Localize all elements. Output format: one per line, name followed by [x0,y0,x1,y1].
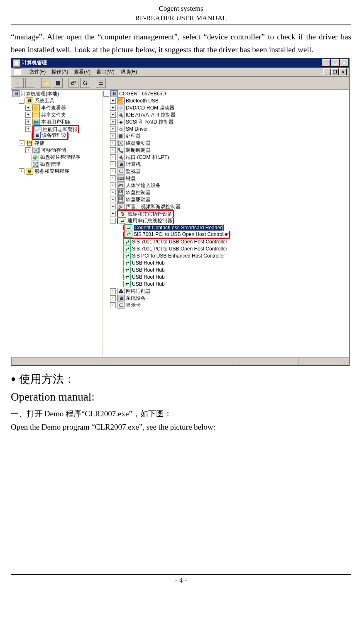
dev-roothub-3[interactable]: ⇄USB Root Hub [103,274,349,281]
maximize-button[interactable]: □ [331,59,339,67]
dev-floppy-drv[interactable]: +💾软盘驱动器 [103,196,349,203]
dev-roothub-2[interactable]: ⇄USB Root Hub [103,267,349,274]
print-button[interactable]: 🗗 [68,78,78,88]
dev-floppy-ctrl[interactable]: +💾软盘控制器 [103,189,349,196]
menu-window[interactable]: 窗口(W) [96,68,114,75]
tree-event-viewer[interactable]: +📒事件查看器 [12,104,102,112]
menu-help[interactable]: 帮助(H) [120,68,137,75]
refresh-button[interactable]: 🗘 [80,78,90,88]
tree-shared-folders[interactable]: +📁共享文件夹 [12,112,102,119]
header-line2: RF-READER USER MANUAL [11,14,351,23]
tree-storage[interactable]: -💾存储 [12,140,102,147]
dev-ports[interactable]: +🔌端口 (COM 和 LPT) [103,154,349,161]
dev-ide[interactable]: +🔌IDE ATA/ATAPI 控制器 [103,112,349,119]
intro-paragraph: “manage”. After open the “computer manag… [11,30,351,56]
status-bar [11,357,349,365]
app-icon: 🖥 [13,59,20,67]
dev-display[interactable]: +🖵显示卡 [103,302,349,309]
tree-disk-mgmt[interactable]: 💽磁盘管理 [12,161,102,168]
computer-management-window: 🖥 计算机管理 _ □ × 文件(F) 操作(A) 查看(V) 窗口(W) 帮助… [11,58,350,366]
dev-usb-controllers[interactable]: -⇄通用串行总线控制器 [103,217,349,224]
dev-sis-1[interactable]: ⇄SiS 7001 PCI to USB Open Host Controlle… [103,231,349,238]
forward-button[interactable]: → [25,78,35,88]
tree-sys-tools[interactable]: -🛠系统工具 [12,97,102,104]
status-main [11,357,240,365]
properties-button[interactable]: ▦ [53,78,63,88]
help-button[interactable]: ☰ [96,78,106,88]
mdi-close-button[interactable]: × [339,68,347,75]
tree-local-users[interactable]: +👥本地用户和组 [12,119,102,126]
demo-line-en: Open the Demo program “CLR2007.exe”, see… [11,421,351,433]
menu-file[interactable]: 文件(F) [29,68,46,75]
page-footer: - 4 - [11,574,351,585]
menubar: 文件(F) 操作(A) 查看(V) 窗口(W) 帮助(H) _ ❐ × [11,68,349,77]
close-button[interactable]: × [340,59,348,67]
bullet-icon: ● [11,374,16,384]
mdi-minimize-button[interactable]: _ [323,68,331,75]
dev-dvd[interactable]: +💿DVD/CD-ROM 驱动器 [103,104,349,112]
dev-system[interactable]: +🖥系统设备 [103,295,349,302]
dev-root[interactable]: -🖥COGENT-667EB65D [103,90,349,97]
dev-sound[interactable]: +🔊声音、视频和游戏控制器 [103,203,349,210]
tree-defrag[interactable]: 🧩磁盘碎片整理程序 [12,154,102,161]
operation-manual-heading: Operation manual: [11,391,351,403]
dev-sis-enh[interactable]: ⇄SiS PCI to USB Enhanced Host Controller [103,253,349,260]
usage-heading: ● 使用方法： [11,372,351,386]
titlebar: 🖥 计算机管理 _ □ × [11,58,349,68]
header-line1: Cogent systems [11,4,351,14]
dev-scsi[interactable]: +◈SCSI 和 RAID 控制器 [103,119,349,126]
back-button[interactable]: ← [14,78,24,88]
tree-services[interactable]: +⚙服务和应用程序 [12,168,102,175]
window-title: 计算机管理 [22,59,47,66]
mdi-restore-button[interactable]: ❐ [331,68,339,75]
dev-bluetooth[interactable]: +📶Bluetooth USB [103,97,349,104]
dev-monitor[interactable]: +🖵监视器 [103,168,349,175]
dev-computer[interactable]: +🖥计算机 [103,161,349,168]
dev-mouse[interactable]: +🖱鼠标和其它指针设备 [103,210,349,217]
dev-roothub-1[interactable]: ⇄USB Root Hub [103,260,349,267]
tree-root[interactable]: 🖥计算机管理(本地) [12,90,102,97]
dev-sis-2[interactable]: ⇄SiS 7001 PCI to USB Open Host Controlle… [103,238,349,245]
dev-disk[interactable]: +💽磁盘驱动器 [103,140,349,147]
mmc-icon [14,68,21,75]
up-button[interactable]: 📁 [41,78,51,88]
minimize-button[interactable]: _ [322,59,330,67]
dev-network[interactable]: +🖧网络适配器 [103,288,349,295]
status-3 [298,357,349,365]
dev-keyboard[interactable]: +⌨键盘 [103,175,349,182]
demo-line-cn: 一、打开 Demo 程序“CLR2007.exe”，如下图： [11,408,351,420]
dev-hid[interactable]: +🎮人体学输入设备 [103,182,349,189]
menu-action[interactable]: 操作(A) [51,68,68,75]
dev-cogent-reader[interactable]: ⇄Cogent ContactLess Smartcard Reader [103,224,349,231]
dev-cpu[interactable]: +🔳处理器 [103,133,349,140]
menu-view[interactable]: 查看(V) [74,68,90,75]
dev-sm[interactable]: +◇SM Driver [103,126,349,133]
toolbar: ← → 📁 ▦ 🗗 🗘 ☰ [11,77,349,90]
dev-modem[interactable]: +📞调制解调器 [103,147,349,154]
tree-perf-logs[interactable]: +📈性能日志和警报 [12,126,102,133]
tree-device-manager[interactable]: 🖥设备管理器 [12,133,102,140]
tree-removable[interactable]: +💽可移动存储 [12,147,102,154]
right-tree-pane: -🖥COGENT-667EB65D +📶Bluetooth USB +💿DVD/… [103,90,349,357]
status-2 [240,357,298,365]
dev-sis-3[interactable]: ⇄SiS 7001 PCI to USB Open Host Controlle… [103,245,349,253]
dev-roothub-4[interactable]: ⇄USB Root Hub [103,281,349,288]
page-header: Cogent systems RF-READER USER MANUAL [11,4,351,24]
left-tree-pane: 🖥计算机管理(本地) -🛠系统工具 +📒事件查看器 +📁共享文件夹 +👥本地用户… [11,90,103,357]
